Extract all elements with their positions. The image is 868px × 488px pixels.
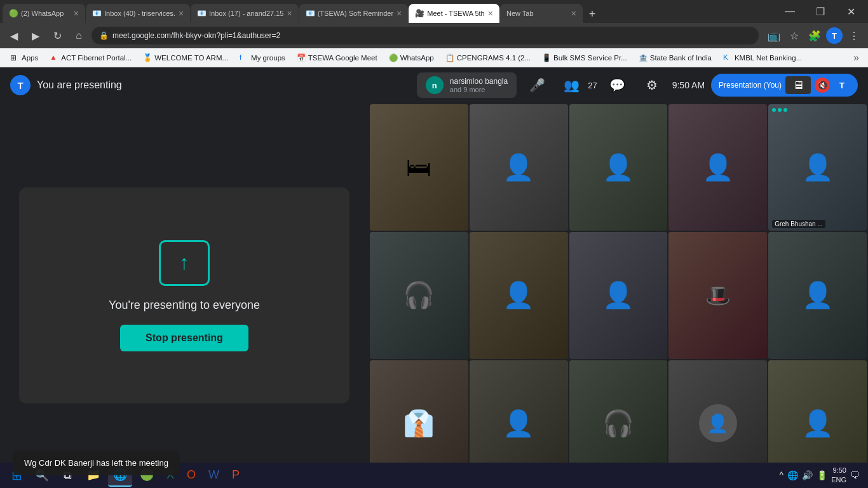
greh-label: Greh Bhushan ...	[772, 220, 825, 228]
tab-close-tsewa-soft[interactable]: ×	[397, 8, 402, 18]
chat-button[interactable]: 💬	[604, 71, 632, 99]
participant-8-video: 👤	[569, 232, 668, 358]
stop-presenting-button[interactable]: Stop presenting	[120, 325, 248, 351]
bookmark-sbi-label: State Bank of India	[650, 54, 712, 62]
bookmark-mygroups-label: My groups	[251, 54, 285, 62]
tsewa-soft-favicon: 📧	[306, 9, 315, 18]
participant-info: n narsimloo bangla and 9 more	[417, 72, 517, 98]
bookmark-act[interactable]: ▲ ACT Fibernet Portal...	[44, 52, 137, 64]
sound-icon[interactable]: 🔊	[802, 470, 813, 480]
tab-close-inbox1[interactable]: ×	[179, 8, 184, 18]
cpengrams-favicon: 📋	[445, 53, 454, 62]
upload-icon-box: ↑	[159, 240, 210, 286]
lock-icon: 🔒	[99, 31, 109, 40]
tab-title-meet: Meet - TSEWA 5th	[427, 10, 484, 17]
extensions-icon[interactable]: 🧩	[806, 27, 824, 44]
cast-icon[interactable]: 📺	[765, 27, 783, 44]
video-cell-1: 🛏	[370, 104, 468, 231]
tab-close-inbox2[interactable]: ×	[287, 8, 292, 18]
tab-meet[interactable]: 🎥 Meet - TSEWA 5th ×	[409, 4, 499, 23]
bookmark-apps[interactable]: ⊞ Apps	[5, 52, 43, 64]
battery-icon[interactable]: 🔋	[817, 470, 827, 480]
bookmark-icon[interactable]: ☆	[785, 27, 803, 44]
meet-main: ↑ You're presenting to everyone Stop pre…	[0, 103, 868, 488]
mic-button[interactable]: 🎤	[523, 71, 551, 99]
participant-9-video: 🎩	[668, 232, 767, 358]
tab-bar: 🟢 (2) WhatsApp × 📧 Inbox (40) - triservi…	[0, 0, 868, 23]
tab-whatsapp[interactable]: 🟢 (2) WhatsApp ×	[3, 4, 85, 23]
mygroups-favicon: f	[240, 53, 248, 62]
presenting-area: ↑ You're presenting to everyone Stop pre…	[0, 103, 369, 488]
bookmark-whatsapp[interactable]: 🟢 WhatsApp	[384, 52, 439, 64]
bookmark-welcome[interactable]: 🏅 WELCOME TO ARM...	[138, 52, 233, 64]
act-favicon: ▲	[50, 53, 58, 62]
tab-newtab[interactable]: New Tab ×	[500, 4, 583, 23]
bookmark-cpengrams[interactable]: 📋 CPENGRAMS 4.1 (2...	[440, 52, 536, 64]
tab-title-newtab: New Tab	[506, 10, 568, 17]
bookmark-bulk-sms[interactable]: 📱 Bulk SMS Service Pr...	[537, 52, 632, 64]
tab-inbox2[interactable]: 📧 Inbox (17) - anand27.15 ×	[191, 4, 299, 23]
back-button[interactable]: ◀	[5, 27, 23, 44]
video-cell-6: 🎧	[370, 232, 468, 358]
refresh-button[interactable]: ↻	[48, 27, 66, 44]
taskbar-powerpoint[interactable]: P	[227, 464, 245, 487]
tray-lang: ENG	[831, 475, 846, 485]
meet-container: T You are presenting n narsimloo bangla …	[0, 67, 868, 488]
url-bar[interactable]: 🔒 meet.google.com/fhk-bkyv-okn?pli=1&aut…	[92, 27, 759, 44]
activities-button[interactable]: ⚙	[638, 71, 666, 99]
bookmark-mygroups[interactable]: f My groups	[234, 52, 290, 64]
close-button[interactable]: ✕	[836, 0, 865, 23]
minimize-button[interactable]: —	[775, 0, 804, 23]
tab-title-inbox2: Inbox (17) - anand27.15	[209, 10, 283, 17]
kmbl-favicon: K	[723, 53, 732, 62]
sbi-favicon: 🏦	[639, 53, 648, 62]
taskbar-office[interactable]: O	[182, 464, 201, 487]
bookmark-welcome-label: WELCOME TO ARM...	[154, 54, 228, 62]
tab-inbox1[interactable]: 📧 Inbox (40) - triservices. ×	[86, 4, 190, 23]
bookmark-bulk-sms-label: Bulk SMS Service Pr...	[553, 54, 627, 62]
presenter-thumbnail: 🖥	[785, 76, 811, 94]
address-bar: ◀ ▶ ↻ ⌂ 🔒 meet.google.com/fhk-bkyv-okn?p…	[0, 23, 868, 48]
bookmark-tsewa-label: TSEWA Google Meet	[308, 54, 377, 62]
tab-close-meet[interactable]: ×	[488, 8, 493, 18]
video-cell-10: 👤	[768, 232, 867, 358]
bookmark-tsewa-meet[interactable]: 📅 TSEWA Google Meet	[292, 52, 383, 64]
menu-icon[interactable]: ⋮	[845, 27, 863, 44]
video-cell-8: 👤	[569, 232, 668, 358]
bookmark-sbi[interactable]: 🏦 State Bank of India	[634, 52, 717, 64]
video-cell-4: 👤	[668, 104, 767, 231]
bookmark-apps-label: Apps	[22, 54, 38, 62]
more-indicator	[772, 108, 787, 112]
participant-name: narsimloo bangla	[450, 77, 508, 86]
profile-avatar[interactable]: T	[826, 27, 843, 44]
network-icon[interactable]: 🌐	[787, 470, 798, 480]
presenting-card: ↑ You're presenting to everyone Stop pre…	[19, 187, 349, 403]
bulk-sms-favicon: 📱	[542, 53, 551, 62]
maximize-button[interactable]: ❐	[806, 0, 835, 23]
bookmark-kmbl[interactable]: K KMBL Net Banking...	[718, 52, 807, 64]
participants-control: 👥 27	[557, 71, 597, 99]
welcome-favicon: 🏅	[143, 53, 152, 62]
tab-close-whatsapp[interactable]: ×	[74, 8, 79, 18]
dot-3	[783, 108, 787, 112]
participant-6-video: 🎧	[370, 232, 468, 358]
chevron-up-icon[interactable]: ^	[780, 470, 784, 480]
bookmarks-more[interactable]: »	[850, 51, 863, 65]
participants-button[interactable]: 👥	[557, 71, 585, 99]
participant-2-video: 👤	[470, 104, 568, 231]
new-tab-button[interactable]: +	[583, 5, 601, 23]
forward-button[interactable]: ▶	[27, 27, 44, 44]
participant-count: 27	[588, 81, 597, 90]
tab-tsewa-soft[interactable]: 📧 (TSEWA) Soft Reminder ×	[299, 4, 409, 23]
tab-close-newtab[interactable]: ×	[571, 8, 576, 18]
home-button[interactable]: ⌂	[70, 27, 88, 44]
clock[interactable]: 9:50 ENG	[831, 466, 846, 485]
inbox1-favicon: 📧	[92, 9, 101, 18]
notification-center-icon[interactable]: 🗨	[850, 470, 859, 480]
participant-5-video: 👤	[768, 104, 867, 231]
notification-toast: Wg Cdr DK Banerji has left the meeting	[13, 451, 180, 475]
bookmark-cpengrams-label: CPENGRAMS 4.1 (2...	[457, 54, 531, 62]
taskbar-word[interactable]: W	[203, 464, 224, 487]
presentation-label: Presentation (You)	[719, 81, 782, 90]
bookmarks-bar: ⊞ Apps ▲ ACT Fibernet Portal... 🏅 WELCOM…	[0, 48, 868, 67]
